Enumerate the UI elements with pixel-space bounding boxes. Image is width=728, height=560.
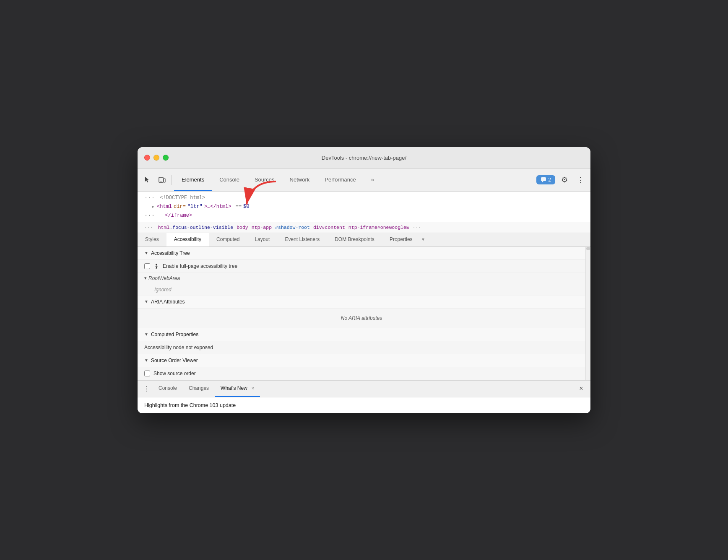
root-web-area-row[interactable]: ▾ RootWebArea bbox=[138, 273, 585, 284]
scrollbar-thumb[interactable] bbox=[586, 247, 590, 250]
html-equals: == bbox=[236, 204, 242, 210]
dom-dots-3[interactable]: ··· bbox=[144, 212, 155, 219]
whats-new-label: What's New bbox=[221, 385, 247, 391]
subtab-computed[interactable]: Computed bbox=[209, 233, 247, 246]
tab-console[interactable]: Console bbox=[212, 169, 247, 191]
devtools-window: DevTools - chrome://new-tab-page/ Elemen… bbox=[138, 147, 590, 413]
html-attr-dir: dir= bbox=[174, 204, 186, 210]
whats-new-close[interactable]: × bbox=[252, 386, 254, 391]
breadcrumb-div-content[interactable]: div#content bbox=[313, 225, 345, 230]
breadcrumb-ntp-iframe[interactable]: ntp-iframe#oneGoogleE bbox=[348, 225, 409, 230]
subtab-dom-breakpoints[interactable]: DOM Breakpoints bbox=[327, 233, 382, 246]
maximize-button[interactable] bbox=[163, 155, 169, 161]
tab-sources[interactable]: Sources bbox=[247, 169, 282, 191]
source-order-label: Source Order Viewer bbox=[151, 358, 198, 363]
drawer-tabs: ⋮ Console Changes What's New × × bbox=[138, 381, 590, 397]
source-order-header[interactable]: ▼ Source Order Viewer bbox=[138, 354, 585, 367]
drawer-close-button[interactable]: × bbox=[575, 383, 587, 394]
inspect-element-button[interactable] bbox=[141, 173, 154, 187]
drawer-menu-button[interactable]: ⋮ bbox=[141, 383, 153, 394]
computed-section-label: Computed Properties bbox=[151, 332, 198, 337]
dom-line-doctype: ··· <!DOCTYPE html> bbox=[138, 193, 590, 202]
more-options-button[interactable]: ⋮ bbox=[574, 173, 587, 187]
html-tag-open: <html bbox=[157, 204, 172, 210]
highlights-text: Highlights from the Chrome 103 update bbox=[144, 402, 236, 408]
cursor-icon bbox=[144, 176, 151, 184]
nav-tabs: Elements Console Sources Network Perform… bbox=[174, 169, 536, 191]
enable-accessibility-checkbox[interactable] bbox=[144, 263, 150, 269]
traffic-lights bbox=[144, 155, 169, 161]
breadcrumb-dots[interactable]: ··· bbox=[144, 225, 153, 230]
show-source-order-text: Show source order bbox=[153, 371, 196, 376]
svg-rect-0 bbox=[159, 177, 163, 182]
aria-section-label: ARIA Attributes bbox=[151, 299, 185, 305]
html-attr-dir-value: "ltr" bbox=[187, 204, 203, 210]
tree-expand-icon: ▼ bbox=[144, 251, 148, 255]
more-tabs-button[interactable]: » bbox=[364, 169, 382, 191]
breadcrumb-shadow-root[interactable]: #shadow-root bbox=[275, 225, 310, 230]
dom-panel: ··· <!DOCTYPE html> ▶ <html dir="ltr" >…… bbox=[138, 192, 590, 222]
ignored-text: Ignored bbox=[154, 287, 172, 293]
dom-line-html[interactable]: ▶ <html dir="ltr" >…</html> == $0 bbox=[138, 202, 590, 211]
device-toolbar-button[interactable] bbox=[155, 173, 169, 187]
dom-line-iframe: ··· </iframe> bbox=[138, 211, 590, 220]
computed-message: Accessibility node not exposed bbox=[138, 341, 585, 354]
close-button[interactable] bbox=[144, 155, 150, 161]
subtab-event-listeners[interactable]: Event Listeners bbox=[277, 233, 327, 246]
computed-properties-header[interactable]: ▼ Computed Properties bbox=[138, 328, 585, 341]
aria-expand-icon: ▼ bbox=[144, 299, 148, 304]
subtab-styles[interactable]: Styles bbox=[138, 233, 166, 246]
drawer-content: Highlights from the Chrome 103 update bbox=[138, 397, 590, 413]
tab-network[interactable]: Network bbox=[282, 169, 317, 191]
svg-rect-1 bbox=[164, 179, 165, 182]
subtab-layout[interactable]: Layout bbox=[247, 233, 277, 246]
breadcrumb-html[interactable]: html.focus-outline-visible bbox=[158, 225, 233, 230]
chat-count: 2 bbox=[548, 177, 551, 183]
title-bar: DevTools - chrome://new-tab-page/ bbox=[138, 147, 590, 169]
tab-elements[interactable]: Elements bbox=[174, 169, 212, 191]
subtab-properties[interactable]: Properties bbox=[382, 233, 420, 246]
enable-accessibility-label[interactable]: Enable full-page accessibility tree bbox=[144, 263, 237, 269]
show-source-order-row: Show source order bbox=[138, 367, 585, 380]
scrollbar[interactable] bbox=[585, 247, 590, 380]
breadcrumb-bar: ··· html.focus-outline-visible body ntp-… bbox=[138, 222, 590, 233]
aria-attributes-header[interactable]: ▼ ARIA Attributes bbox=[138, 296, 585, 309]
window-title: DevTools - chrome://new-tab-page/ bbox=[322, 155, 406, 161]
chat-badge-button[interactable]: 2 bbox=[536, 175, 555, 184]
bottom-drawer: ⋮ Console Changes What's New × × Highlig… bbox=[138, 380, 590, 413]
accessibility-tree-label: Accessibility Tree bbox=[151, 250, 190, 256]
iframe-close-tag: </iframe> bbox=[165, 213, 192, 218]
breadcrumb-body[interactable]: body bbox=[237, 225, 248, 230]
device-icon bbox=[158, 176, 166, 184]
cursor-pos: ▾ bbox=[420, 233, 426, 246]
main-content: ▼ Accessibility Tree Enable full-page ac… bbox=[138, 247, 585, 380]
dom-dots-1[interactable]: ··· bbox=[144, 194, 155, 201]
root-web-area-text: RootWebArea bbox=[148, 275, 180, 281]
computed-expand-icon: ▼ bbox=[144, 332, 148, 337]
enable-label-text: Enable full-page accessibility tree bbox=[163, 263, 237, 269]
tab-performance[interactable]: Performance bbox=[317, 169, 363, 191]
svg-point-5 bbox=[156, 264, 157, 265]
settings-button[interactable]: ⚙ bbox=[558, 173, 571, 187]
expand-arrow[interactable]: ▶ bbox=[152, 204, 154, 209]
drawer-tab-changes[interactable]: Changes bbox=[183, 380, 215, 397]
subtab-accessibility[interactable]: Accessibility bbox=[166, 233, 209, 246]
svg-rect-3 bbox=[541, 177, 546, 181]
root-expand-arrow[interactable]: ▾ bbox=[144, 275, 147, 281]
breadcrumb-ntp-app[interactable]: ntp-app bbox=[252, 225, 272, 230]
breadcrumb-more[interactable]: ··· bbox=[413, 225, 421, 230]
no-aria-message: No ARIA attributes bbox=[138, 309, 585, 328]
html-tag-ellipsis: >…</html> bbox=[204, 204, 231, 210]
accessibility-tree-header[interactable]: ▼ Accessibility Tree bbox=[138, 247, 585, 260]
dollar-zero: $0 bbox=[243, 204, 249, 210]
toolbar-divider bbox=[171, 175, 172, 185]
show-source-order-label[interactable]: Show source order bbox=[144, 371, 196, 376]
show-source-order-checkbox[interactable] bbox=[144, 371, 150, 376]
sub-tabs: Styles Accessibility Computed Layout Eve… bbox=[138, 233, 590, 247]
source-order-expand-icon: ▼ bbox=[144, 358, 148, 363]
main-toolbar: Elements Console Sources Network Perform… bbox=[138, 169, 590, 192]
minimize-button[interactable] bbox=[153, 155, 159, 161]
drawer-tab-whats-new[interactable]: What's New × bbox=[215, 380, 260, 397]
ignored-row: Ignored bbox=[138, 284, 585, 296]
drawer-tab-console[interactable]: Console bbox=[153, 380, 183, 397]
